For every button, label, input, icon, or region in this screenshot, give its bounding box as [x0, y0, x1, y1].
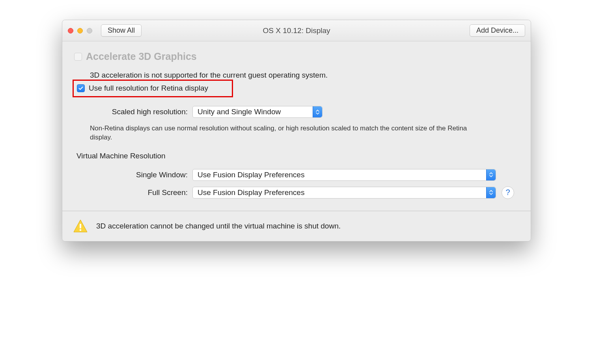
select-stepper-icon — [486, 169, 496, 180]
scaled-resolution-value: Unity and Single Window — [198, 108, 281, 116]
accelerate-3d-label: Accelerate 3D Graphics — [86, 51, 197, 62]
preferences-window: Show All OS X 10.12: Display Add Device.… — [62, 20, 531, 241]
accelerate-3d-row: Accelerate 3D Graphics — [74, 51, 519, 62]
minimize-window-button[interactable] — [77, 28, 83, 33]
full-screen-value: Use Fusion Display Preferences — [198, 188, 304, 197]
retina-highlight: Use full resolution for Retina display — [73, 80, 233, 97]
scaled-resolution-row: Scaled high resolution: Unity and Single… — [74, 106, 519, 118]
select-stepper-icon — [486, 187, 496, 198]
warning-icon — [73, 218, 88, 234]
single-window-row: Single Window: Use Fusion Display Prefer… — [74, 169, 519, 181]
accelerate-3d-message: 3D acceleration is not supported for the… — [90, 71, 519, 80]
zoom-window-button — [87, 28, 92, 33]
accelerate-3d-checkbox — [74, 53, 82, 61]
scaled-resolution-select[interactable]: Unity and Single Window — [192, 106, 323, 118]
checkmark-icon — [78, 85, 84, 91]
single-window-select[interactable]: Use Fusion Display Preferences — [192, 169, 496, 181]
single-window-label: Single Window: — [74, 171, 192, 179]
full-screen-label: Full Screen: — [74, 188, 192, 197]
help-button[interactable]: ? — [502, 186, 514, 199]
scaled-resolution-hint: Non-Retina displays can use normal resol… — [90, 124, 484, 142]
svg-rect-0 — [80, 224, 81, 228]
titlebar: Show All OS X 10.12: Display Add Device.… — [62, 20, 531, 41]
retina-row: Use full resolution for Retina display — [77, 84, 208, 93]
svg-point-1 — [80, 229, 82, 231]
retina-checkbox[interactable] — [77, 84, 85, 92]
show-all-button[interactable]: Show All — [101, 24, 142, 37]
vm-resolution-heading: Virtual Machine Resolution — [76, 152, 519, 160]
window-title: OS X 10.12: Display — [263, 26, 330, 35]
full-screen-row: Full Screen: Use Fusion Display Preferen… — [74, 186, 519, 199]
single-window-value: Use Fusion Display Preferences — [198, 171, 304, 179]
vm-resolution-group: Single Window: Use Fusion Display Prefer… — [74, 169, 519, 199]
content-area: Accelerate 3D Graphics 3D acceleration i… — [62, 41, 531, 211]
full-screen-select[interactable]: Use Fusion Display Preferences — [192, 187, 496, 199]
select-stepper-icon — [313, 106, 322, 117]
retina-label: Use full resolution for Retina display — [89, 84, 208, 93]
add-device-button[interactable]: Add Device... — [470, 24, 525, 37]
footer-message: 3D acceleration cannot be changed until … — [96, 222, 341, 230]
close-window-button[interactable] — [68, 28, 73, 33]
scaled-resolution-label: Scaled high resolution: — [74, 108, 192, 116]
footer-bar: 3D acceleration cannot be changed until … — [62, 211, 531, 241]
window-controls — [68, 28, 92, 33]
